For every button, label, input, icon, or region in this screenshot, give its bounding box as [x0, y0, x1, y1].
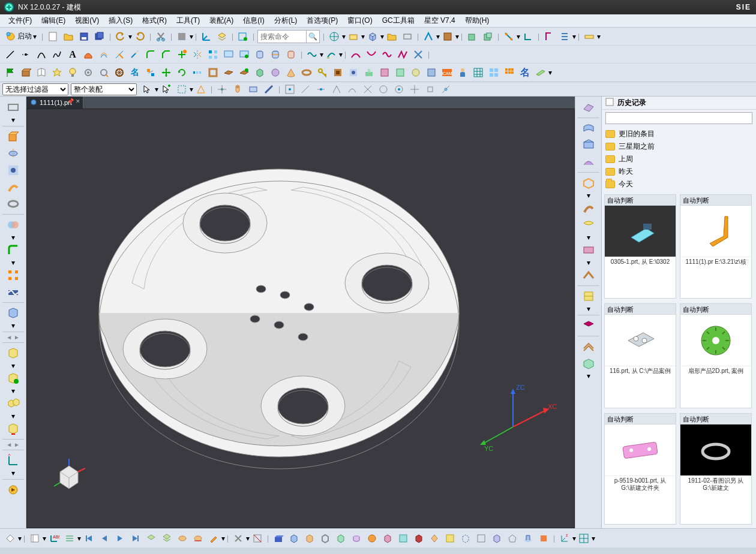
rect-btn[interactable] — [400, 29, 415, 44]
extrude-tool[interactable] — [19, 65, 33, 80]
box-button[interactable] — [365, 29, 380, 44]
snap-9[interactable] — [407, 82, 422, 97]
lamp-tool[interactable] — [65, 65, 80, 80]
extrude2-button[interactable] — [6, 130, 20, 144]
bottom-next2[interactable] — [128, 531, 143, 546]
redo-button[interactable] — [133, 29, 147, 44]
grid1-tool[interactable] — [471, 65, 485, 80]
menu-gctoolbox[interactable]: GC工具箱 — [377, 14, 419, 27]
bottom-brush[interactable] — [206, 531, 221, 546]
slab-tool[interactable] — [221, 65, 236, 80]
bprim-10[interactable] — [412, 531, 426, 546]
3d-curve-tool[interactable] — [324, 47, 338, 62]
chamfer-curve-tool[interactable] — [159, 47, 173, 62]
pin-icon[interactable]: 📌 ✕ — [67, 98, 80, 104]
menu-info[interactable]: 信息(I) — [238, 14, 269, 27]
cylinder2-tool[interactable] — [268, 47, 283, 62]
bprim-5[interactable] — [334, 531, 348, 546]
snap-8[interactable] — [392, 82, 406, 97]
pattern-linear-tool[interactable] — [190, 65, 205, 80]
meas1-button[interactable] — [502, 29, 516, 44]
surf12-button[interactable] — [581, 339, 596, 354]
menu-prefs[interactable]: 首选项(P) — [302, 14, 343, 27]
profile-tool[interactable] — [81, 47, 95, 62]
axis-toggle-button[interactable]: X — [6, 453, 20, 468]
surf7-button[interactable] — [581, 218, 596, 232]
book-tool[interactable] — [34, 65, 49, 80]
tool-b[interactable] — [393, 65, 407, 80]
surf10-button[interactable] — [581, 289, 596, 303]
start-button[interactable]: 启动 ▾ — [2, 29, 40, 44]
snap-face[interactable] — [246, 82, 260, 97]
history-filter-input[interactable] — [605, 112, 752, 124]
cross-tool[interactable] — [411, 47, 425, 62]
checkbox-icon[interactable] — [605, 98, 614, 108]
snap-center[interactable] — [215, 82, 229, 97]
bprim-4[interactable] — [318, 531, 332, 546]
sel-cursor-button[interactable] — [140, 82, 154, 97]
bprim-3[interactable] — [302, 531, 317, 546]
history-thumb[interactable]: 自动判断 116.prt, 从 C:\产品案例 — [604, 303, 676, 408]
align-tool[interactable] — [143, 65, 158, 80]
snap-7[interactable] — [376, 82, 391, 97]
cut-button[interactable] — [154, 29, 168, 44]
bottom-x2[interactable] — [250, 531, 265, 546]
arc-tool[interactable] — [34, 47, 49, 62]
gear-tool[interactable] — [81, 65, 95, 80]
bottom-axis[interactable]: z — [557, 531, 572, 546]
surf8-button[interactable] — [581, 243, 596, 257]
filter-select-1[interactable]: 无选择过滤器 — [2, 83, 68, 95]
filter-select-2[interactable]: 整个装配 — [71, 83, 137, 95]
unite-button[interactable] — [6, 218, 20, 232]
bottom-layer2[interactable] — [160, 531, 174, 546]
sketch2-tool[interactable] — [237, 47, 251, 62]
command-search[interactable]: 🔍 — [257, 30, 320, 43]
bprim-11[interactable] — [427, 531, 442, 546]
snap-1[interactable] — [283, 82, 297, 97]
app1-button[interactable] — [421, 29, 436, 44]
surf3-button[interactable] — [581, 138, 596, 152]
asm4-button[interactable] — [6, 421, 20, 436]
menu-tools[interactable]: 工具(T) — [172, 14, 205, 27]
cube-tool[interactable] — [253, 65, 267, 80]
bottom-layer3[interactable] — [175, 531, 190, 546]
grid3-tool[interactable] — [502, 65, 517, 80]
cylinder-tool[interactable] — [253, 47, 267, 62]
icam-tool[interactable]: iCAM — [440, 65, 454, 80]
app2-button[interactable] — [440, 29, 455, 44]
nav-tool[interactable] — [3, 531, 17, 546]
layer-button[interactable] — [215, 29, 229, 44]
name-tool[interactable]: 名 — [128, 65, 142, 80]
surf4-button[interactable] — [581, 155, 596, 169]
bridge4-tool[interactable] — [395, 47, 410, 62]
bprim-1[interactable] — [271, 531, 286, 546]
search-input[interactable] — [258, 31, 306, 43]
bprim-6[interactable] — [349, 531, 364, 546]
asm3-button[interactable] — [6, 396, 20, 411]
sel-mode1[interactable] — [175, 82, 189, 97]
ruler-button[interactable] — [582, 29, 596, 44]
history-folder[interactable]: 昨天 — [605, 165, 752, 178]
bottom-x1[interactable] — [231, 531, 245, 546]
bprim-2[interactable] — [287, 531, 301, 546]
fillet-curve-tool[interactable] — [143, 47, 158, 62]
snap-4[interactable] — [329, 82, 344, 97]
wave-tool[interactable] — [305, 47, 319, 62]
surf9-button[interactable] — [581, 268, 596, 282]
menu-insert[interactable]: 插入(S) — [104, 14, 137, 27]
slab2-tool[interactable] — [237, 65, 251, 80]
bridge2-tool[interactable] — [364, 47, 379, 62]
bprim-7[interactable] — [365, 531, 379, 546]
bridge-tool[interactable] — [349, 47, 363, 62]
surf1-button[interactable] — [581, 100, 596, 115]
blend-button[interactable] — [6, 243, 20, 257]
bprim-9[interactable] — [396, 531, 410, 546]
name2-tool[interactable]: 名 — [518, 65, 532, 80]
datum-plane-button[interactable] — [6, 100, 20, 115]
pocket-tool[interactable] — [331, 65, 345, 80]
snap-10[interactable] — [423, 82, 437, 97]
point-tool[interactable] — [19, 47, 33, 62]
folder2-button[interactable] — [385, 29, 399, 44]
asm1-button[interactable] — [6, 346, 20, 360]
pattern-curve-tool[interactable] — [206, 47, 220, 62]
